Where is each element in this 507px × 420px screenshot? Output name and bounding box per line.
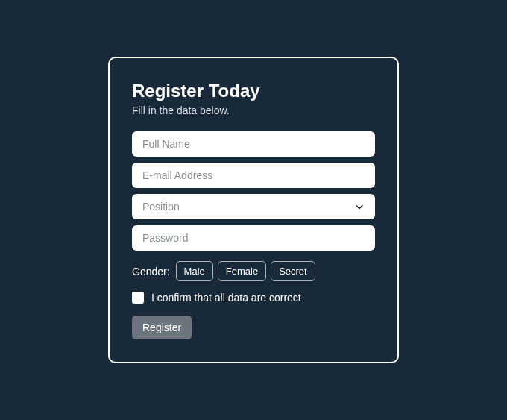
position-select[interactable]: Position [132, 194, 375, 219]
password-input[interactable] [132, 225, 375, 251]
position-select-wrapper: Position [132, 194, 375, 225]
gender-row: Gender: Male Female Secret [132, 261, 375, 281]
register-card: Register Today Fill in the data below. P… [108, 57, 399, 363]
confirm-row: I confirm that all data are correct [132, 292, 375, 304]
gender-secret-button[interactable]: Secret [271, 261, 315, 281]
form-subtitle: Fill in the data below. [132, 104, 375, 116]
confirm-label: I confirm that all data are correct [151, 292, 301, 304]
form-title: Register Today [132, 81, 375, 101]
fullname-input[interactable] [132, 131, 375, 157]
gender-male-button[interactable]: Male [176, 261, 213, 281]
register-button[interactable]: Register [132, 316, 192, 339]
email-input[interactable] [132, 163, 375, 188]
gender-female-button[interactable]: Female [218, 261, 266, 281]
gender-label: Gender: [132, 266, 170, 278]
confirm-checkbox[interactable] [132, 292, 144, 304]
